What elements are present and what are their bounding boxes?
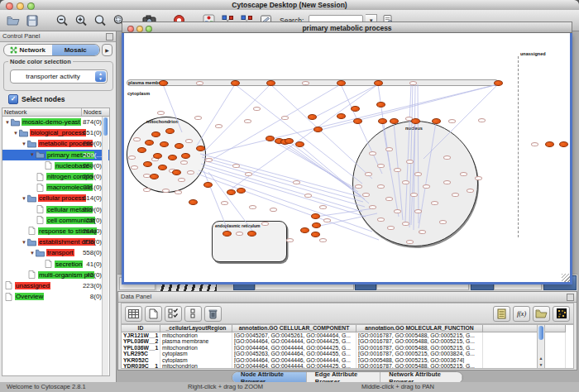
network-node-selected[interactable] <box>266 80 275 86</box>
network-node[interactable] <box>196 81 203 85</box>
table-cell[interactable]: YPL036W__2 <box>122 338 160 344</box>
network-node-selected[interactable] <box>175 143 184 149</box>
tab-overflow-button[interactable]: ▶ <box>102 44 112 56</box>
network-node[interactable] <box>406 160 414 164</box>
table-cell[interactable]: mitochondrion <box>160 345 232 351</box>
tree-row-cell-communicat[interactable]: cell communicat22(0) <box>2 215 109 226</box>
network-node[interactable] <box>319 205 327 209</box>
network-node[interactable] <box>402 180 409 184</box>
network-node[interactable] <box>162 189 170 193</box>
tree-expander-icon[interactable]: ▼ <box>21 196 27 201</box>
table-cell[interactable] <box>483 363 566 369</box>
network-node-selected[interactable] <box>545 141 554 147</box>
network-node[interactable] <box>394 209 401 213</box>
table-cell[interactable]: mitochondrion <box>160 332 232 338</box>
network-node[interactable] <box>249 205 256 209</box>
table-cell[interactable] <box>483 357 566 363</box>
tree-expander-icon[interactable]: ▼ <box>21 240 27 245</box>
table-row[interactable]: YKR052Ccytoplasm[GO:0044464, GO:0044446,… <box>122 357 573 363</box>
network-node[interactable] <box>175 190 182 194</box>
select-attributes-button[interactable] <box>165 306 182 322</box>
table-column-header[interactable]: annotation.GO MOLECULAR_FUNCTION <box>356 325 483 332</box>
network-node[interactable] <box>385 197 393 201</box>
table-cell[interactable]: [GO:0044464, GO:0044444, GO:0044425, G..… <box>232 363 356 369</box>
network-node-selected[interactable] <box>231 80 240 86</box>
tree-scrollbar-thumb[interactable] <box>103 117 108 136</box>
import-attributes-button[interactable] <box>533 306 550 322</box>
table-cell[interactable]: [GO:0044464, GO:0044444, GO:0044425, G..… <box>232 345 356 351</box>
table-cell[interactable]: [GO:0045267, GO:0045261, GO:0044464, G..… <box>232 332 356 338</box>
network-view-titlebar[interactable]: primary metabolic process <box>122 22 572 33</box>
network-node[interactable] <box>443 155 451 160</box>
network-node-selected[interactable] <box>189 199 198 205</box>
table-cell[interactable]: cytoplasm <box>160 351 232 356</box>
network-node-selected[interactable] <box>172 170 181 175</box>
network-node[interactable] <box>194 116 202 120</box>
tree-row-transport[interactable]: ▼transport558(0) <box>2 247 109 258</box>
network-node-selected[interactable] <box>223 231 232 237</box>
table-cell[interactable]: [GO:0016787, GO:0005488, GO:0005215, G..… <box>356 338 483 344</box>
attribute-notes-button[interactable] <box>493 306 510 322</box>
network-node[interactable] <box>439 220 447 224</box>
table-cell[interactable]: YPL036W__1 <box>122 345 160 351</box>
network-node[interactable] <box>369 151 376 155</box>
table-cell[interactable]: YJR121W__1 <box>122 332 160 338</box>
network-node-selected[interactable] <box>378 118 387 124</box>
tab-network[interactable]: Network <box>4 45 52 55</box>
tree-expander-icon[interactable]: ▼ <box>29 251 36 256</box>
network-node-selected[interactable] <box>494 80 503 86</box>
network-node-selected[interactable] <box>168 155 177 160</box>
tree-row-secretion[interactable]: secretion41(0) <box>2 258 109 269</box>
tree-row-overview[interactable]: Overview8(0) <box>2 291 109 302</box>
network-node-selected[interactable] <box>559 141 568 147</box>
tree-row-multi-organism-pro[interactable]: multi-organism pro42(0) <box>2 270 109 280</box>
network-node-selected[interactable] <box>153 153 162 159</box>
network-node-selected[interactable] <box>376 102 385 108</box>
table-cell[interactable]: YKR052C <box>122 357 160 363</box>
tree-expander-icon[interactable]: ▼ <box>4 120 11 125</box>
network-node[interactable] <box>377 184 385 189</box>
network-node-selected[interactable] <box>150 174 159 179</box>
network-node-selected[interactable] <box>300 227 309 233</box>
network-node-selected[interactable] <box>337 80 346 86</box>
select-nodes-checkbox[interactable]: ✓ <box>8 94 18 104</box>
zoom-out-button[interactable] <box>54 12 70 29</box>
network-node[interactable] <box>362 193 370 197</box>
network-node[interactable] <box>245 172 252 176</box>
network-node-selected[interactable] <box>143 161 152 167</box>
network-canvas[interactable]: plasma membrane cytoplasm mitochondrion … <box>124 33 570 270</box>
network-node-selected[interactable] <box>266 136 275 141</box>
network-node[interactable] <box>178 178 185 182</box>
network-node[interactable] <box>253 107 261 111</box>
network-node[interactable] <box>410 193 418 197</box>
tree-row-macromolecule[interactable]: macromolecule311(0) <box>2 182 109 193</box>
unselect-attributes-button[interactable] <box>184 306 202 322</box>
network-node[interactable] <box>319 238 327 242</box>
tree-row-nucleobase-[interactable]: nucleobase-209(0) <box>2 160 109 171</box>
network-node[interactable] <box>221 201 228 205</box>
table-column-header[interactable]: _cellularLayoutRegion <box>160 325 232 332</box>
tree-row-biological-process[interactable]: ▼biological_process651(0) <box>2 127 109 138</box>
table-row[interactable]: YJR121W__1mitochondrion[GO:0045267, GO:0… <box>122 332 573 338</box>
network-node-selected[interactable] <box>411 118 420 124</box>
network-node[interactable] <box>394 168 401 172</box>
network-node[interactable] <box>180 160 188 165</box>
network-node[interactable] <box>270 208 277 212</box>
open-session-button[interactable] <box>5 12 22 29</box>
tree-row-cellular-process[interactable]: ▼cellular process614(0) <box>2 193 109 203</box>
network-node[interactable] <box>365 172 372 176</box>
network-node-selected[interactable] <box>337 113 346 119</box>
tree-row-mosaic-demo-yeast[interactable]: ▼mosaic-demo-yeast874(0) <box>2 117 109 127</box>
network-node-selected[interactable] <box>158 165 167 170</box>
table-cell[interactable]: plasma membrane <box>160 338 232 344</box>
save-session-button[interactable] <box>24 12 41 29</box>
network-node-selected[interactable] <box>196 146 205 151</box>
table-row[interactable]: YLR295Ccytoplasm[GO:0045263, GO:0044464,… <box>122 351 573 356</box>
network-node[interactable] <box>232 164 240 168</box>
table-cell[interactable] <box>483 351 566 356</box>
network-node-selected[interactable] <box>181 153 190 159</box>
table-column-header[interactable]: annotation.GO CELLULAR_COMPONENT <box>232 325 356 332</box>
network-node-selected[interactable] <box>227 189 236 195</box>
network-node[interactable] <box>414 209 422 213</box>
window-resize-grip[interactable] <box>562 274 570 282</box>
